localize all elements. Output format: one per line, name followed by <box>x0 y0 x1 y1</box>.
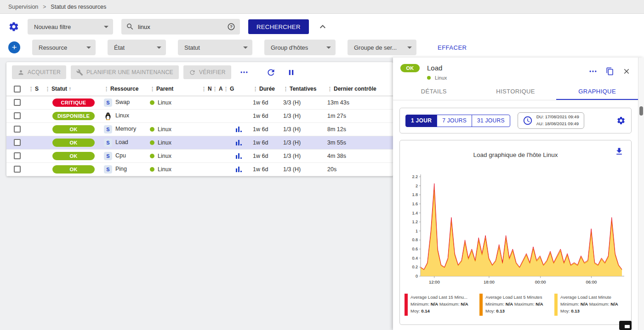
notification-cell <box>200 162 211 176</box>
date-range-picker[interactable]: DU: 17/08/2021 09:49 AU: 18/08/2021 09:4… <box>518 112 584 129</box>
chart-icon[interactable] <box>235 166 242 173</box>
col-header-severity[interactable]: ⋮S <box>28 82 44 96</box>
row-checkbox[interactable] <box>14 166 21 173</box>
load-graph[interactable]: 00.20.40.60.811.21.41.61.822.212:0018:00… <box>405 172 627 287</box>
row-checkbox[interactable] <box>14 152 21 159</box>
criteria-state-select[interactable]: État <box>108 40 166 55</box>
resource-name[interactable]: Swap <box>115 99 130 105</box>
breadcrumb-item-supervision[interactable]: Supervision <box>8 4 38 10</box>
table-row[interactable]: CRITIQUE SSwap Linux 1w 6d 3/3 (H) 13m 4… <box>6 96 393 109</box>
legend-item[interactable]: Average Load Last 5 Minutes Minimum: N/A… <box>479 294 552 316</box>
linux-penguin-icon <box>104 112 112 120</box>
parent-name[interactable]: Linux <box>158 153 171 159</box>
acknowledged-cell <box>211 162 222 176</box>
parent-status-dot <box>427 76 431 80</box>
table-row[interactable]: OK SPing Linux 1w 6d 1/3 (H) 20s <box>6 162 393 176</box>
parent-name[interactable]: Linux <box>158 139 171 146</box>
search-icon <box>126 23 134 31</box>
notification-cell <box>200 149 211 162</box>
duration-cell: 1w 6d <box>252 149 282 162</box>
collapse-filters-chevron-up-icon[interactable] <box>317 21 328 32</box>
panel-scrollbar[interactable] <box>638 58 644 330</box>
resource-name[interactable]: Load <box>115 139 128 145</box>
col-header-resource[interactable]: ⋮Ressource <box>103 82 149 96</box>
criteria-status-select[interactable]: Statut <box>178 40 252 55</box>
col-header-tries[interactable]: ⋮Tentatives <box>282 82 326 96</box>
severity-cell <box>28 96 44 109</box>
table-row[interactable]: OK SCpu Linux 1w 6d 1/3 (H) 4m 38s <box>6 149 393 162</box>
scrollbar-thumb[interactable] <box>639 106 643 116</box>
criteria-resource-select[interactable]: Ressource <box>32 40 96 55</box>
resource-name[interactable]: Ping <box>115 166 127 172</box>
parent-name[interactable]: Linux <box>158 99 171 106</box>
resource-name[interactable]: Cpu <box>115 152 126 159</box>
col-header-status[interactable]: ⋮Statut↑ <box>44 82 103 96</box>
col-header-duration[interactable]: ⋮Durée <box>252 82 282 96</box>
saved-filter-select[interactable]: Nouveau filtre <box>28 19 113 35</box>
table-row[interactable]: OK SMemory Linux 1w 6d 1/3 (H) 8m 12s <box>6 122 393 136</box>
table-row[interactable]: DISPONIBLE Linux 1w 6d 1/3 (H) 1m 27s <box>6 109 393 122</box>
tab-history[interactable]: HISTORIQUE <box>475 83 557 100</box>
acknowledged-cell <box>211 149 222 162</box>
picture-in-picture-icon[interactable] <box>619 321 632 330</box>
col-header-n[interactable]: ⋮N <box>200 82 211 96</box>
col-header-last-check[interactable]: ⋮Dernier contrôle <box>326 82 393 96</box>
parent-status-dot <box>150 167 154 172</box>
filter-settings-gear-icon[interactable] <box>8 21 19 32</box>
range-31days-button[interactable]: 31 JOURS <box>472 115 510 127</box>
chart-icon[interactable] <box>235 153 242 159</box>
tab-details[interactable]: DÉTAILS <box>393 83 475 100</box>
graph-settings-gear-icon[interactable] <box>616 116 626 125</box>
criteria-servicegroup-select[interactable]: Groupe de ser... <box>348 40 416 55</box>
row-checkbox[interactable] <box>14 126 21 133</box>
parent-name[interactable]: Linux <box>158 126 171 133</box>
drag-handle-icon: ⋮ <box>253 86 258 92</box>
search-box[interactable] <box>121 19 240 35</box>
refresh-icon[interactable] <box>266 68 276 77</box>
more-actions-icon[interactable] <box>239 68 249 77</box>
row-checkbox[interactable] <box>14 112 21 119</box>
table-row[interactable]: OK SLoad Linux 1w 6d 1/3 (H) 3m 55s <box>6 136 393 149</box>
check-button[interactable]: VÉRIFIER <box>183 65 231 79</box>
chart-icon[interactable] <box>235 139 242 146</box>
add-criteria-button[interactable]: + <box>8 41 20 53</box>
copy-link-icon[interactable] <box>606 67 614 75</box>
detail-more-actions-icon[interactable] <box>588 67 598 76</box>
set-downtime-button[interactable]: PLANIFIER UNE MAINTENANCE <box>71 65 179 79</box>
severity-cell <box>28 109 44 122</box>
group-cell <box>222 162 234 176</box>
plus-icon: + <box>11 42 17 52</box>
acknowledge-button[interactable]: ACQUITTER <box>12 65 66 79</box>
table-toolbar: ACQUITTER PLANIFIER UNE MAINTENANCE VÉRI… <box>6 62 393 82</box>
tab-graph[interactable]: GRAPHIQUE <box>556 83 638 100</box>
range-7days-button[interactable]: 7 JOURS <box>437 115 472 127</box>
svg-text:1.4: 1.4 <box>412 211 418 215</box>
legend-item[interactable]: Average Load Last 15 Minu... Minimum: N/… <box>405 294 477 316</box>
close-panel-icon[interactable] <box>622 67 631 75</box>
check-refresh-icon <box>189 69 196 76</box>
download-graph-icon[interactable] <box>615 147 624 156</box>
col-header-a[interactable]: ⋮A <box>211 82 222 96</box>
chart-icon[interactable] <box>235 126 242 133</box>
help-icon[interactable] <box>227 23 235 31</box>
criteria-hostgroup-select[interactable]: Group d'hôtes <box>264 40 336 55</box>
col-header-g[interactable]: ⋮G <box>222 82 234 96</box>
select-all-checkbox[interactable] <box>14 86 21 93</box>
resource-name[interactable]: Linux <box>115 112 129 119</box>
drag-handle-icon: ⋮ <box>327 86 332 92</box>
row-checkbox[interactable] <box>14 139 21 146</box>
resource-name[interactable]: Memory <box>115 126 136 132</box>
parent-status-dot <box>150 100 154 105</box>
clear-filters-button[interactable]: EFFACER <box>438 44 467 51</box>
chevron-down-icon <box>157 46 161 49</box>
range-1day-button[interactable]: 1 JOUR <box>405 115 437 127</box>
legend-item[interactable]: Average Load Last Minute Minimum: N/A Ma… <box>554 294 627 316</box>
search-button[interactable]: RECHERCHER <box>248 19 309 34</box>
search-input[interactable] <box>138 23 223 30</box>
col-header-parent[interactable]: ⋮Parent <box>149 82 200 96</box>
legend-avg-line: Moy: 0.13 <box>560 308 580 313</box>
pause-autorefresh-icon[interactable] <box>287 68 296 77</box>
parent-name[interactable]: Linux <box>158 166 171 173</box>
row-checkbox[interactable] <box>14 99 21 106</box>
detail-status-badge: OK <box>400 64 420 72</box>
